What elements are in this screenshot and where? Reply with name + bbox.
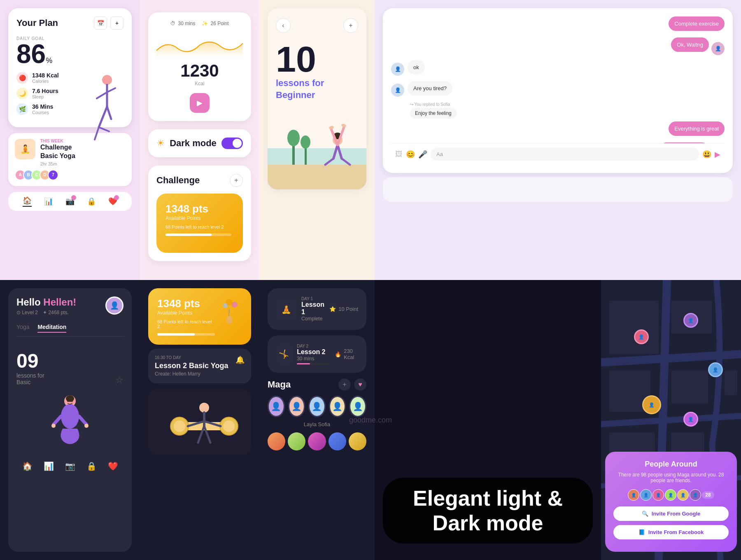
user-avatar-4[interactable]: 👤 xyxy=(329,396,346,417)
plus-icon[interactable]: + xyxy=(110,16,124,30)
lesson-time-row: 16:30 TO DAY Lesson 2 Basic Yoga Create:… xyxy=(155,355,245,377)
svg-rect-15 xyxy=(268,165,366,189)
balloon-figure xyxy=(231,203,234,244)
svg-point-38 xyxy=(71,400,73,402)
msg-enjoy-indent: Enjoy the feeling xyxy=(410,109,725,117)
map-avatar-center[interactable]: 👤 xyxy=(642,395,661,414)
user-avatars-row: 👤 👤 👤 👤 👤 xyxy=(268,396,366,417)
svg-rect-60 xyxy=(725,371,737,395)
points-progress: 68 Points left to reach level 2 xyxy=(165,224,231,229)
user-avatar-1[interactable]: 👤 xyxy=(268,396,285,417)
progress-bar-container xyxy=(165,233,231,236)
lesson-2-kcal: 🔥 230 Kcal xyxy=(335,348,358,360)
dark-panel-hello: Hello Hellen! ⊙ Level 2 ✦ 2468 pts. 👤 Yo… xyxy=(0,280,140,560)
msg-enjoy-indent-text: Enjoy the feeling xyxy=(410,108,457,119)
star-icon[interactable]: ☆ xyxy=(115,375,124,385)
dark-mode-card: ☀ Dark mode xyxy=(148,129,251,157)
lesson-day-1-row: 🧘 DAY 1 Lesson 1 Complete ⭐ 10 Point xyxy=(276,296,358,322)
challenge-thumbnail: 🧘 xyxy=(15,139,35,159)
invite-facebook-label: Invite From Facebook xyxy=(648,529,704,535)
user-avatar-5[interactable]: 👤 xyxy=(349,396,366,417)
color-circles-row xyxy=(268,432,366,450)
dark-progress-bar-container xyxy=(157,333,215,336)
map-avatar-2[interactable]: 👤 xyxy=(634,329,649,344)
kcal-unit: Kcal xyxy=(156,81,243,86)
invite-google-button[interactable]: 🔍 Invite From Google xyxy=(613,506,729,521)
gallery-icon[interactable]: 🖼 xyxy=(395,150,403,159)
challenge-time: 2hr 35m xyxy=(40,161,75,166)
svg-point-49 xyxy=(199,403,209,413)
add-maga-button[interactable]: + xyxy=(338,378,351,391)
invite-facebook-button[interactable]: 📘 Invite From Facebook xyxy=(613,525,729,539)
lesson-2-progress-bar xyxy=(297,363,330,364)
lesson-day-1-label: DAY 1 xyxy=(301,296,324,301)
lesson-2-name: Lesson 2 xyxy=(297,348,330,356)
lesson-day-2-label: DAY 2 xyxy=(297,344,330,348)
time-badge: ⏱ 30 mins xyxy=(170,21,195,26)
nav-lock-icon[interactable]: 🔒 xyxy=(87,197,96,206)
svg-point-19 xyxy=(301,135,310,149)
map-avatar-4[interactable]: 👤 xyxy=(683,412,698,427)
points-icon: ⭐ xyxy=(329,306,336,312)
nav-camera-icon[interactable]: 📷 xyxy=(65,197,75,206)
user-avatar-2[interactable]: 👤 xyxy=(288,396,305,417)
dark-nav-camera[interactable]: 📷 xyxy=(65,461,75,471)
dark-nav-home[interactable]: 🏠 xyxy=(22,461,33,471)
dark-panel-points: 1348 pts Available Points 68 Points left… xyxy=(140,280,259,560)
emoji-icon[interactable]: 😊 xyxy=(406,150,415,159)
calendar-icon[interactable]: 📅 xyxy=(94,16,107,30)
sleep-label: Sleep xyxy=(32,94,58,99)
send-icon[interactable]: ▶ xyxy=(715,150,720,159)
back-button[interactable]: ‹ xyxy=(276,18,291,33)
dark-nav-heart[interactable]: ❤️ xyxy=(108,461,118,471)
notification-icon[interactable]: 🔔 xyxy=(235,355,245,364)
svg-point-0 xyxy=(102,75,112,85)
heart-maga-button[interactable]: ♥ xyxy=(354,378,366,391)
nav-stats-icon[interactable]: 📊 xyxy=(44,197,53,206)
dark-progress-bar-fill xyxy=(157,333,195,336)
yoga-equipment-card xyxy=(148,389,251,455)
lessons-count-section: 09 lessons for Basic xyxy=(16,343,44,385)
lesson-time-name: Lesson 2 Basic Yoga xyxy=(155,362,228,370)
svg-point-28 xyxy=(329,125,334,130)
msg-everything: Everything is great xyxy=(391,121,725,139)
progress-bar-fill xyxy=(165,233,212,236)
kcal-card: ⏱ 30 mins ✨ 26 Point 1230 Kcal ▶ xyxy=(148,12,251,121)
emoji-face-icon[interactable]: 😃 xyxy=(702,150,711,159)
msg-ok-waiting: Ok, Waitng 👤 xyxy=(391,37,725,55)
svg-point-35 xyxy=(51,424,56,428)
receiver-avatar-1: 👤 xyxy=(391,63,404,76)
svg-point-37 xyxy=(67,400,69,402)
play-button[interactable]: ▶ xyxy=(190,93,210,113)
small-avatar-1: 👤 xyxy=(628,489,639,501)
people-around-title: People Around xyxy=(613,460,729,469)
color-circle-5 xyxy=(349,432,366,450)
chat-input[interactable]: Aa xyxy=(431,148,699,161)
map-avatar-3[interactable]: 👤 xyxy=(708,362,723,377)
dark-nav-chart[interactable]: 📊 xyxy=(44,461,54,471)
challenge-plus-button[interactable]: + xyxy=(230,174,243,187)
add-button[interactable]: + xyxy=(343,18,358,33)
tab-meditation[interactable]: Meditation xyxy=(37,324,66,333)
nav-home-icon[interactable]: 🏠 xyxy=(23,196,32,207)
user-avatar-3[interactable]: 👤 xyxy=(308,396,326,417)
lesson-1-status: Complete xyxy=(301,316,324,322)
tab-yoga[interactable]: Yoga xyxy=(16,324,29,333)
map-avatar-1[interactable]: 👤 xyxy=(683,313,698,328)
msg-complete-exercise-text: Complete exercise xyxy=(669,16,725,31)
dark-points-info: 1348 pts Available Points 68 Points left… xyxy=(157,297,215,336)
dark-nav-lock[interactable]: 🔒 xyxy=(86,461,97,471)
mic-icon[interactable]: 🎤 xyxy=(418,150,427,159)
lesson-2-kcal-value: 230 Kcal xyxy=(344,348,358,360)
svg-line-4 xyxy=(99,107,107,127)
plan-title: Your Plan xyxy=(16,18,58,28)
svg-rect-59 xyxy=(671,371,708,404)
nav-heart-icon[interactable]: ❤️ xyxy=(108,197,117,206)
points-card: 1348 pts Available Points 68 Points left… xyxy=(156,194,243,253)
lesson-1-points-value: 10 Point xyxy=(338,306,358,312)
dark-points-progress: 68 Points left to reach level 2 xyxy=(157,319,215,329)
svg-line-7 xyxy=(99,127,109,131)
dark-mode-toggle[interactable] xyxy=(221,138,243,149)
meditation-figure xyxy=(16,394,124,451)
reply-system: ↪ You replied to Sofia xyxy=(410,102,725,107)
